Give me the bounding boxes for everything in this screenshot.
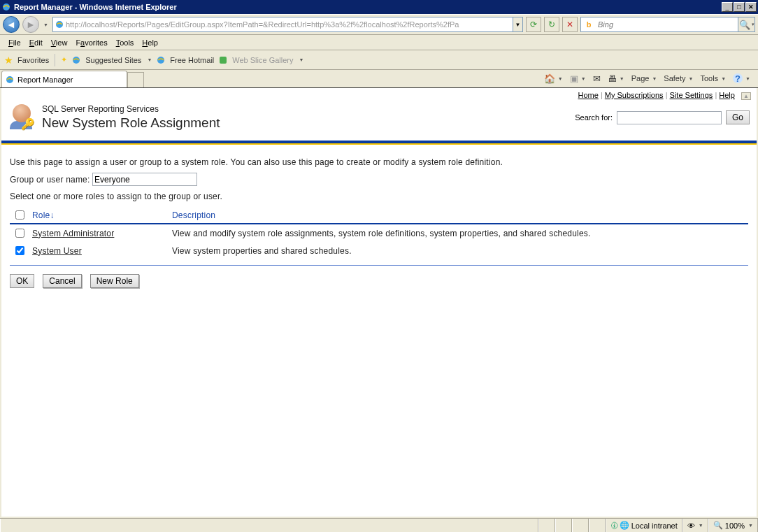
home-icon: 🏠	[544, 73, 555, 84]
role-desc: View and modify system role assignments,…	[169, 224, 748, 242]
select-roles-text: Select one or more roles to assign to th…	[10, 192, 748, 201]
menu-view[interactable]: View	[47, 37, 72, 48]
favorites-bar: ★ Favorites ✦ Suggested Sites ▼ Free Hot…	[0, 50, 758, 70]
intro-text: Use this page to assign a user or group …	[10, 157, 748, 167]
new-role-button[interactable]: New Role	[90, 274, 139, 288]
ok-button[interactable]: OK	[10, 274, 34, 288]
site-settings-link[interactable]: Site Settings	[670, 91, 713, 99]
menu-file[interactable]: File	[4, 37, 25, 48]
protected-mode-pane[interactable]: 👁 ▼	[682, 519, 708, 532]
home-button[interactable]: 🏠▼	[542, 72, 565, 85]
table-row: System User View system properties and s…	[10, 242, 748, 259]
go-button[interactable]: Go	[726, 110, 750, 124]
search-go-button[interactable]: 🔍▾	[738, 17, 755, 31]
nav-toolbar: ◄ ► ▼ ▼ ⟳ ↻ ✕ b 🔍▾	[0, 14, 758, 35]
address-bar[interactable]: ▼	[52, 17, 523, 32]
suggested-sites-link[interactable]: Suggested Sites	[85, 56, 141, 64]
ie-mini-icon	[71, 55, 81, 65]
printer-icon: 🖶	[608, 73, 617, 84]
status-pane	[589, 519, 606, 532]
help-button[interactable]: ?▼	[731, 72, 752, 85]
maximize-button[interactable]: □	[734, 2, 745, 12]
column-role[interactable]: Role↓	[29, 207, 169, 224]
status-pane	[572, 519, 589, 532]
tab-strip: Report Manager 🏠▼ ▣▼ ✉ 🖶▼ Page▼ Safety▼ …	[0, 70, 758, 88]
group-name-label: Group or user name:	[10, 175, 90, 185]
report-search: Search for: Go	[575, 110, 750, 124]
help-link[interactable]: Help	[719, 91, 735, 99]
table-row: System Administrator View and modify sys…	[10, 224, 748, 242]
shield-icon: 🛈	[610, 522, 618, 530]
group-name-input[interactable]	[92, 173, 197, 186]
top-nav: Home | My Subscriptions | Site Settings …	[1, 88, 757, 101]
page-header: 🔑 SQL Server Reporting Services New Syst…	[1, 101, 757, 136]
web-slice-link[interactable]: Web Slice Gallery	[232, 56, 293, 64]
ie-icon	[1, 2, 11, 12]
report-search-input[interactable]	[617, 111, 722, 124]
bing-icon: b	[581, 20, 596, 29]
forward-button[interactable]: ►	[22, 16, 39, 33]
compat-view-button[interactable]: ⟳	[526, 17, 541, 32]
menu-bar: File Edit View Favorites Tools Help	[0, 35, 758, 50]
home-link[interactable]: Home	[578, 91, 598, 99]
zoom-icon: 🔍	[713, 521, 723, 530]
rss-icon: ▣	[570, 73, 578, 84]
close-button[interactable]: ✕	[745, 2, 757, 12]
cancel-button[interactable]: Cancel	[43, 274, 81, 288]
role-link[interactable]: System Administrator	[32, 229, 114, 238]
print-button[interactable]: 🖶▼	[606, 72, 627, 85]
window-title: Report Manager - Windows Internet Explor…	[14, 3, 722, 11]
menu-favorites[interactable]: Favorites	[71, 37, 111, 48]
read-mail-button[interactable]: ✉	[591, 72, 603, 85]
tools-menu[interactable]: Tools▼	[698, 73, 728, 84]
security-zone-pane: 🛈 🌐 Local intranet	[606, 519, 682, 532]
safety-menu[interactable]: Safety▼	[662, 73, 695, 84]
action-buttons: OK Cancel New Role	[10, 274, 748, 288]
free-hotmail-link[interactable]: Free Hotmail	[170, 56, 214, 64]
role-checkbox[interactable]	[15, 246, 24, 255]
globe-icon: 🌐	[620, 521, 629, 530]
favorites-label[interactable]: Favorites	[17, 56, 49, 64]
separator	[55, 54, 55, 66]
svg-rect-4	[220, 57, 227, 64]
search-box[interactable]: b 🔍▾	[580, 17, 755, 32]
dropdown-icon: ▼	[699, 523, 703, 528]
ie-favicon-icon	[5, 76, 15, 84]
group-name-row: Group or user name:	[10, 173, 748, 186]
zoom-pane[interactable]: 🔍 100% ▼	[708, 519, 758, 532]
role-checkbox[interactable]	[15, 229, 24, 238]
status-text-pane	[0, 519, 538, 532]
nav-history-dropdown[interactable]: ▼	[42, 22, 50, 27]
menu-tools[interactable]: Tools	[112, 37, 138, 48]
page-subtitle: SQL Server Reporting Services	[42, 104, 220, 114]
menu-help[interactable]: Help	[138, 37, 162, 48]
tab-label: Report Manager	[17, 76, 73, 84]
tab-report-manager[interactable]: Report Manager	[1, 71, 127, 87]
feeds-button[interactable]: ▣▼	[568, 72, 588, 85]
roles-table: Role↓ Description System Administrator V…	[10, 207, 748, 259]
stop-button[interactable]: ✕	[562, 17, 578, 32]
role-link[interactable]: System User	[32, 246, 82, 256]
lock-icon: 👁	[687, 522, 695, 530]
status-pane	[538, 519, 555, 532]
dropdown-icon[interactable]: ▼	[147, 57, 152, 62]
add-favorite-icon[interactable]: ✦	[61, 55, 67, 64]
ie-command-bar: 🏠▼ ▣▼ ✉ 🖶▼ Page▼ Safety▼ Tools▼ ?▼	[542, 69, 758, 87]
page-menu[interactable]: Page▼	[629, 73, 659, 84]
refresh-button[interactable]: ↻	[544, 17, 559, 32]
webslice-icon	[218, 55, 228, 65]
address-input[interactable]	[66, 18, 513, 31]
new-tab-button[interactable]	[127, 72, 144, 87]
menu-edit[interactable]: Edit	[25, 37, 47, 48]
minimize-button[interactable]: _	[722, 2, 733, 12]
search-input[interactable]	[596, 20, 738, 29]
ie-mini-icon	[156, 55, 166, 65]
select-all-checkbox[interactable]	[15, 210, 24, 220]
back-button[interactable]: ◄	[3, 16, 20, 33]
scroll-up-icon[interactable]: ▲	[741, 92, 751, 100]
dropdown-icon[interactable]: ▼	[299, 57, 304, 62]
my-subscriptions-link[interactable]: My Subscriptions	[605, 91, 664, 99]
search-label: Search for:	[575, 113, 613, 122]
column-description[interactable]: Description	[169, 207, 748, 224]
address-dropdown[interactable]: ▼	[513, 17, 522, 31]
